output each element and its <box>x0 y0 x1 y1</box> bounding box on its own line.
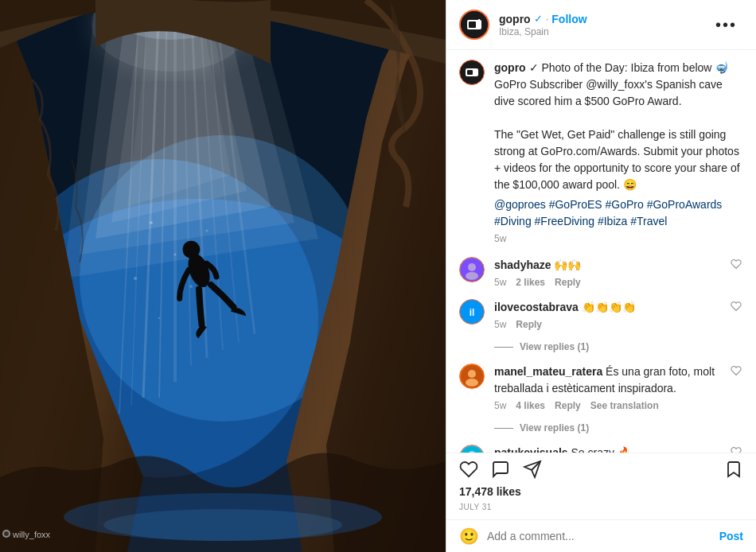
comment-patuke: patukevisuals So crazy 🔥 5w 2 likes Repl… <box>459 445 743 453</box>
comment-ilovecostabrava-meta: 5w Reply <box>494 319 721 330</box>
svg-marker-38 <box>478 19 480 21</box>
comment-shadyhaze-text: shadyhaze 🙌🙌 <box>494 257 721 274</box>
like-button[interactable] <box>459 460 478 479</box>
comment-manel-meta: 5w 4 likes Reply See translation <box>494 400 721 411</box>
add-comment-bar: 🙂 Post <box>446 519 756 552</box>
comment-shadyhaze-content: shadyhaze 🙌🙌 5w 2 likes Reply <box>494 257 721 288</box>
svg-point-27 <box>206 230 208 232</box>
svg-point-33 <box>4 531 9 536</box>
caption-username[interactable]: gopro <box>494 61 526 74</box>
caption-meta: 5w <box>494 233 743 244</box>
header-info: gopro ✓ · Follow Ibiza, Spain <box>499 13 709 37</box>
follow-button[interactable]: Follow <box>551 13 586 25</box>
comment-manel-text: manel_mateu_ratera És una gran foto, mol… <box>494 363 721 397</box>
comment-shadyhaze: shadyhaze 🙌🙌 5w 2 likes Reply <box>459 257 743 288</box>
caption-hashtags: @goproes #GoProES #GoPro #GoProAwards #D… <box>494 196 743 230</box>
actions-bar: 17,478 likes JULY 31 <box>446 453 756 519</box>
post-date: JULY 31 <box>459 503 743 511</box>
comment-patuke-text: patukevisuals So crazy 🔥 <box>494 445 721 453</box>
heart-shadyhaze[interactable] <box>731 257 743 270</box>
verified-icon: ✓ <box>534 13 543 25</box>
caption-item: gopro ✓ Photo of the Day: Ibiza from bel… <box>459 60 743 244</box>
svg-point-45 <box>466 272 478 280</box>
avatar-patuke[interactable] <box>459 445 485 453</box>
svg-point-26 <box>158 317 160 319</box>
reply-ilovecostabrava[interactable]: Reply <box>516 319 542 330</box>
svg-rect-41 <box>467 70 473 75</box>
header-username[interactable]: gopro <box>499 13 531 25</box>
reply-manel[interactable]: Reply <box>555 400 581 411</box>
svg-point-23 <box>150 221 153 224</box>
emoji-picker-button[interactable]: 🙂 <box>459 527 479 546</box>
comment-button[interactable] <box>491 460 510 479</box>
right-panel: gopro ✓ · Follow Ibiza, Spain ••• <box>446 0 756 552</box>
svg-point-24 <box>174 254 177 256</box>
likes-count: 17,478 likes <box>459 482 743 501</box>
header-avatar[interactable] <box>459 10 489 40</box>
comment-patuke-content: patukevisuals So crazy 🔥 5w 2 likes Repl… <box>494 445 721 453</box>
view-replies-line <box>494 347 513 348</box>
avatar-manel[interactable] <box>459 363 485 389</box>
heart-patuke[interactable] <box>731 445 743 453</box>
action-icons-row <box>459 460 743 479</box>
caption-time: 5w <box>494 233 506 244</box>
share-button[interactable] <box>523 460 542 479</box>
svg-point-50 <box>466 379 478 387</box>
bookmark-button[interactable] <box>724 460 743 479</box>
caption-text: gopro ✓ Photo of the Day: Ibiza from bel… <box>494 61 740 191</box>
heart-ilovecostabrava[interactable] <box>731 299 743 312</box>
svg-text:willy_foxx: willy_foxx <box>12 530 51 539</box>
see-translation-manel[interactable]: See translation <box>590 400 659 411</box>
svg-point-28 <box>134 277 137 280</box>
comments-section: gopro ✓ Photo of the Day: Ibiza from bel… <box>446 50 756 453</box>
svg-rect-42 <box>474 71 476 72</box>
location-text: Ibiza, Spain <box>499 26 709 37</box>
comment-input[interactable] <box>487 530 719 542</box>
comment-ilovecostabrava-content: ilovecostabrava 👏👏👏👏 5w Reply <box>494 299 721 330</box>
caption-avatar[interactable] <box>459 60 485 85</box>
svg-rect-37 <box>477 22 479 24</box>
post-header: gopro ✓ · Follow Ibiza, Spain ••• <box>446 0 756 50</box>
avatar-ilovecostabrava[interactable]: il <box>459 299 485 325</box>
post-comment-button[interactable]: Post <box>719 530 743 542</box>
svg-rect-36 <box>469 21 476 28</box>
caption-content: gopro ✓ Photo of the Day: Ibiza from bel… <box>494 60 743 244</box>
view-replies-ilovecostabrava[interactable]: View replies (1) <box>494 341 743 352</box>
svg-point-49 <box>468 370 476 378</box>
comment-ilovecostabrava: il ilovecostabrava 👏👏👏👏 5w Reply <box>459 299 743 330</box>
svg-text:il: il <box>470 307 475 318</box>
more-options-button[interactable]: ••• <box>709 13 743 37</box>
svg-point-30 <box>103 509 342 541</box>
view-replies-line-manel <box>494 428 513 429</box>
heart-manel[interactable] <box>731 363 743 376</box>
svg-point-25 <box>189 285 193 288</box>
comment-manel-content: manel_mateu_ratera És una gran foto, mol… <box>494 363 721 411</box>
reply-shadyhaze[interactable]: Reply <box>555 277 581 288</box>
comment-ilovecostabrava-text: ilovecostabrava 👏👏👏👏 <box>494 299 721 316</box>
comment-shadyhaze-meta: 5w 2 likes Reply <box>494 277 721 288</box>
avatar-shadyhaze[interactable] <box>459 257 485 282</box>
view-replies-manel[interactable]: View replies (1) <box>494 422 743 433</box>
comment-manel: manel_mateu_ratera És una gran foto, mol… <box>459 363 743 411</box>
svg-point-44 <box>468 263 476 271</box>
dot-separator: · <box>546 13 549 25</box>
post-image: willy_foxx <box>0 0 446 552</box>
